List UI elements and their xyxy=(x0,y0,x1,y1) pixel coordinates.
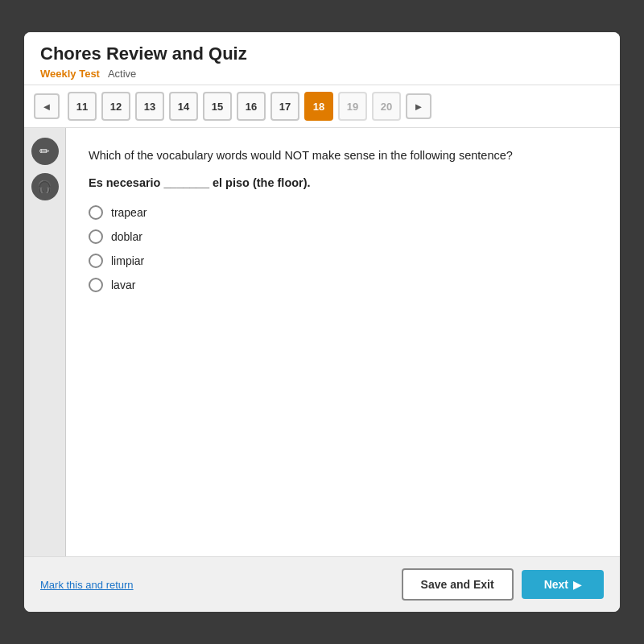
next-button[interactable]: Next ▶ xyxy=(522,570,604,599)
weekly-test-link[interactable]: Weekly Test xyxy=(40,68,100,80)
next-arrow-icon: ▶ xyxy=(573,579,581,591)
option-label-limpiar: limpiar xyxy=(111,254,144,267)
option-label-doblar: doblar xyxy=(111,230,142,243)
page-18-button[interactable]: 18 xyxy=(304,92,333,121)
pencil-icon[interactable]: ✏ xyxy=(31,138,59,165)
question-text: Which of the vocabulary words would NOT … xyxy=(89,147,597,165)
bottom-bar: Mark this and return Save and Exit Next … xyxy=(24,556,620,612)
option-doblar[interactable]: doblar xyxy=(89,229,597,244)
option-lavar[interactable]: lavar xyxy=(89,278,597,292)
next-button-label: Next xyxy=(544,578,568,591)
page-20-button: 20 xyxy=(372,92,401,121)
status-badge: Active xyxy=(108,68,136,80)
save-exit-button[interactable]: Save and Exit xyxy=(402,568,514,601)
radio-trapear[interactable] xyxy=(89,205,103,220)
sentence-text: Es necesario _______ el piso (the floor)… xyxy=(89,176,597,189)
bottom-actions: Save and Exit Next ▶ xyxy=(402,568,604,601)
side-panel: ✏ 🎧 Which of the vocabulary words would … xyxy=(24,128,620,556)
toolbar-left: ◄ xyxy=(34,93,60,119)
mark-return-link[interactable]: Mark this and return xyxy=(40,579,134,591)
option-label-trapear: trapear xyxy=(111,206,147,219)
option-label-lavar: lavar xyxy=(111,279,135,291)
screen-container: Chores Review and Quiz Weekly Test Activ… xyxy=(24,32,620,612)
option-trapear[interactable]: trapear xyxy=(89,205,597,220)
content-spacer xyxy=(89,292,597,537)
prev-page-button[interactable]: ◄ xyxy=(34,93,60,119)
option-limpiar[interactable]: limpiar xyxy=(89,254,597,268)
page-15-button[interactable]: 15 xyxy=(203,92,232,121)
page-title: Chores Review and Quiz xyxy=(40,43,604,64)
page-12-button[interactable]: 12 xyxy=(101,92,130,121)
header: Chores Review and Quiz Weekly Test Activ… xyxy=(24,32,620,85)
page-16-button[interactable]: 16 xyxy=(237,92,266,121)
page-17-button[interactable]: 17 xyxy=(270,92,299,121)
page-13-button[interactable]: 13 xyxy=(135,92,164,121)
next-page-button[interactable]: ► xyxy=(406,93,431,119)
options-list: trapear doblar limpiar lavar xyxy=(89,205,597,292)
radio-lavar[interactable] xyxy=(89,278,103,292)
radio-doblar[interactable] xyxy=(89,229,103,244)
radio-limpiar[interactable] xyxy=(89,254,103,268)
sidebar: ✏ 🎧 xyxy=(24,128,66,556)
page-19-button: 19 xyxy=(338,92,367,121)
headphone-icon[interactable]: 🎧 xyxy=(31,173,59,200)
main-content: Which of the vocabulary words would NOT … xyxy=(66,128,620,556)
header-meta: Weekly Test Active xyxy=(40,68,604,80)
page-14-button[interactable]: 14 xyxy=(169,92,198,121)
page-11-button[interactable]: 11 xyxy=(68,92,97,121)
toolbar: ◄ 11 12 13 14 15 16 17 18 19 20 ► xyxy=(24,85,620,128)
